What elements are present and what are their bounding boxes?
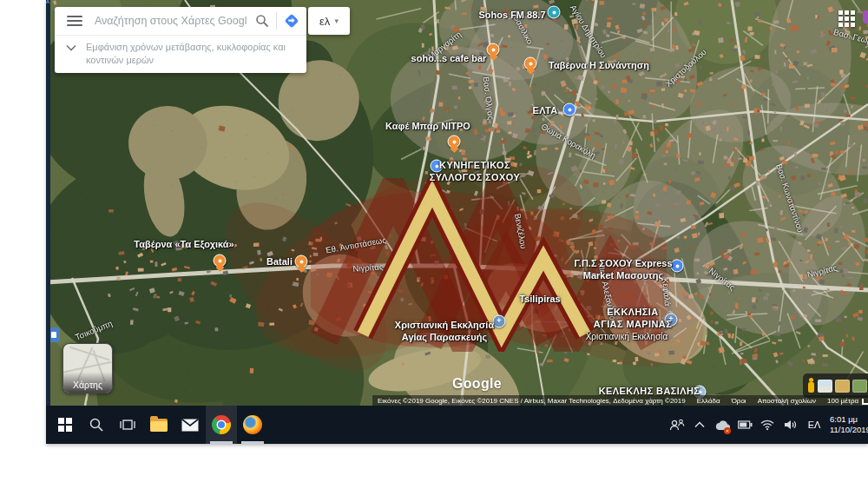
map-poi-label[interactable]: Ταβέρνα «Τα Εξοχικά» [134,239,233,251]
food-marker[interactable] [448,135,461,149]
speaker-icon [784,420,797,430]
country-link[interactable]: Ελλάδα [697,397,720,405]
wifi-icon [760,420,774,430]
wifi-button[interactable] [759,407,776,442]
window-edge [46,0,50,406]
search-panel: Εμφάνιση χρόνων μετάβασης, κυκλοφορίας κ… [55,7,306,73]
caret-down-icon: ▾ [334,17,339,25]
task-view-icon [120,417,135,433]
imagery-thumbnail[interactable] [818,380,832,393]
taskbar-clock[interactable]: 6:01 μμ 11/10/2019 [830,407,868,442]
edge-marker: A [46,0,49,5]
task-view-button[interactable] [112,406,143,444]
pegman-icon[interactable] [807,378,815,393]
battery-button[interactable] [736,407,753,442]
open-indicator [241,441,264,444]
map-poi-label[interactable]: Καφέ Μπαρ ΝΙΤΡΟ [385,121,470,133]
chevron-down-icon [66,44,76,51]
chrome-icon [212,415,231,434]
traffic-suggestion[interactable]: Εμφάνιση χρόνων μετάβασης, κυκλοφορίας κ… [55,36,306,73]
food-marker[interactable] [214,254,227,268]
taskbar-search-button[interactable] [81,406,112,444]
people-icon [669,418,685,432]
map-poi-label[interactable]: Χριστιανική ΕκκλησίαΑγίας Παρασκευής [395,320,494,344]
map-poi-label[interactable]: Batali [266,256,293,268]
map-poi-label[interactable]: Χριστιανική Εκκλησία [586,332,668,343]
feedback-link[interactable]: Αποστολή σχολίων [758,397,816,405]
start-button[interactable] [49,406,81,444]
apps-grid-icon[interactable] [838,10,855,27]
google-logo: Google [452,376,502,392]
post-marker[interactable] [563,103,576,116]
map-poi-label[interactable]: soho...s cafe bar [411,53,487,65]
chevron-up-icon [694,421,705,428]
error-badge: × [724,427,731,434]
church-marker[interactable]: + [493,315,506,328]
clock-time: 6:01 μμ [830,414,868,425]
search-icon[interactable] [255,14,269,28]
suggestion-text: Εμφάνιση χρόνων μετάβασης, κυκλοφορίας κ… [86,41,298,67]
windows-taskbar: × [46,406,868,444]
mail-button[interactable] [174,406,206,444]
battery-icon [738,420,753,429]
show-hidden-icons-button[interactable] [691,407,708,442]
map-poi-label[interactable]: ΚΥΝΗΓΕΤΙΚΟΣΣΥΛΛΟΓΟΣ ΣΟΧΟΥ [430,160,520,184]
search-box[interactable] [55,7,306,36]
chrome-button[interactable] [206,406,237,444]
map-poi-label[interactable]: Ταβέρνα Η Συνάντηση [549,60,649,72]
radio-marker[interactable] [548,6,561,19]
firefox-icon [243,415,262,434]
food-marker[interactable] [487,43,500,56]
language-selector[interactable]: ελ ▾ [308,7,350,35]
clock-date: 11/10/2019 [830,425,868,435]
map-type-toggle[interactable]: Χάρτης [62,343,113,393]
attribution-bar: Εικόνες ©2019 Google, Εικόνες ©2019 CNES… [372,395,868,406]
map-canvas[interactable]: Sohos FM 88.7soho...s cafe barΤαβέρνα Η … [46,0,868,406]
avatar[interactable] [863,10,868,23]
cart-marker[interactable] [671,260,684,273]
scale-bar [862,399,868,405]
map-poi-label[interactable]: Tsilipiras [519,294,560,306]
file-explorer-button[interactable] [143,406,174,444]
onedrive-button[interactable]: × [713,407,731,442]
scale-control: 100 μέτρα [827,397,868,405]
menu-icon[interactable] [67,13,82,29]
map-toggle-label: Χάρτης [63,380,112,390]
search-input[interactable] [93,14,248,28]
scale-label: 100 μέτρα [827,397,858,405]
search-icon [89,417,104,433]
open-indicator [210,441,233,444]
map-poi-label[interactable]: ΕΚΚΛΗΣΙΑΑΓΙΑΣ ΜΑΡΙΝΑΣ [594,307,672,331]
food-marker[interactable] [295,255,308,268]
windows-logo-icon [58,418,72,432]
map-poi-label[interactable]: Γ.Π.Σ ΣΟΧΟΥ ExpressMarket Μασουτης [574,258,672,282]
imagery-thumbnail[interactable] [835,380,850,393]
people-button[interactable] [668,407,686,442]
imagery-credits: Εικόνες ©2019 Google, Εικόνες ©2019 CNES… [378,397,686,405]
food-marker[interactable] [524,57,537,70]
folder-icon [150,419,168,432]
volume-button[interactable] [781,407,799,442]
language-indicator[interactable]: ΕΛ [804,407,825,442]
browser-window: Sohos FM 88.7soho...s cafe barΤαβέρνα Η … [46,0,868,444]
directions-button[interactable] [277,12,306,30]
streetview-imagery-control [803,373,868,398]
mail-icon [181,419,199,432]
language-value: ελ [319,15,330,28]
directions-icon [283,12,300,30]
map-poi-label[interactable]: Sohos FM 88.7 [478,10,545,22]
system-tray: × [668,406,868,444]
imagery-thumbnail[interactable] [852,380,867,393]
firefox-button[interactable] [237,406,268,444]
map-poi-label[interactable]: ΕΛΤΑ [532,105,557,117]
terms-link[interactable]: Όροι [732,397,746,405]
